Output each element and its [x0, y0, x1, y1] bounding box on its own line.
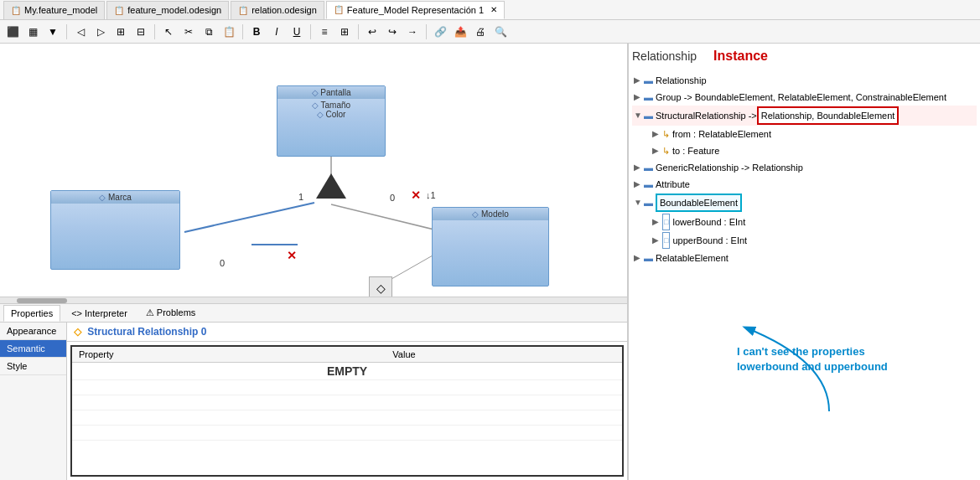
toolbar-btn-bold[interactable]: B — [247, 23, 266, 41]
toolbar-btn-redo[interactable]: ↪ — [383, 23, 402, 41]
tree-text-structural-highlight: Relationship, BoundableElement — [757, 106, 900, 125]
tab-interpreter-label: <> Interpreter — [71, 308, 127, 318]
arrow-from[interactable]: ▶ — [652, 126, 662, 142]
toolbar-btn-align[interactable]: ≡ — [315, 23, 334, 41]
tree-row-attribute[interactable]: ▶ ▬ Attribute — [632, 176, 977, 193]
node-modelo[interactable]: ◇ Modelo — [432, 207, 549, 286]
toolbar-btn-export[interactable]: 📤 — [451, 23, 469, 41]
toolbar-btn-format[interactable]: ⊞ — [335, 23, 354, 41]
canvas-area[interactable]: ◇ Pantalla ◇ Tamaño ◇ Color 1 0 ✕ — [0, 44, 627, 304]
toolbar-btn-dropdown[interactable]: ▼ — [44, 23, 62, 41]
toolbar-btn-link[interactable]: 🔗 — [431, 23, 449, 41]
tree-text-generic: GenericRelationship -> Relationship — [656, 160, 803, 175]
tree-text-structural-prefix: StructuralRelationship -> — [656, 108, 757, 123]
node-marca[interactable]: ◇ Marca — [50, 190, 180, 270]
left-panel: ◇ Pantalla ◇ Tamaño ◇ Color 1 0 ✕ — [0, 44, 628, 480]
sidebar-appearance-label: Appearance — [7, 326, 56, 336]
node-marca-content — [51, 204, 179, 258]
toolbar-btn-print[interactable]: 🖨 — [471, 23, 490, 41]
tab-feature-model-rep[interactable]: 📋 Feature_Model Representación 1 ✕ — [326, 1, 505, 19]
properties-main: ◇ Structural Relationship 0 Property Val… — [67, 323, 627, 480]
diamond-icon-pantalla: ◇ — [312, 88, 319, 97]
sidebar-semantic-label: Semantic — [7, 343, 45, 354]
sidebar-appearance[interactable]: Appearance — [0, 323, 66, 340]
toolbar-btn-3[interactable]: ◁ — [71, 23, 90, 41]
toolbar-btn-2[interactable]: ▦ — [23, 23, 42, 41]
label-1-near-triangle: 1 — [298, 192, 303, 202]
tab-icon-1: 📋 — [11, 6, 21, 15]
toolbar-btn-1[interactable]: ⬛ — [3, 23, 22, 41]
tree-row-upperbound[interactable]: ▶ □ upperBound : EInt — [632, 231, 977, 250]
tree-row-to[interactable]: ▶ ↳ to : Feature — [632, 142, 977, 159]
properties-title: ◇ Structural Relationship 0 — [67, 323, 627, 342]
toolbar-btn-zoom[interactable]: 🔍 — [491, 23, 510, 41]
arrow-group[interactable]: ▶ — [634, 90, 644, 105]
toolbar-btn-italic[interactable]: I — [267, 23, 286, 41]
sidebar-style[interactable]: Style — [0, 358, 66, 375]
arrow-relationship[interactable]: ▶ — [634, 73, 644, 88]
tree-row-relatable[interactable]: ▶ ▬ RelatableElement — [632, 250, 977, 266]
arrow-structural[interactable]: ▼ — [634, 108, 644, 123]
tab-relation-odesign[interactable]: 📋 relation.odesign — [231, 1, 324, 19]
toolbar-btn-underline[interactable]: U — [288, 23, 306, 41]
properties-panel: Properties <> Interpreter ⚠ Problems App… — [0, 304, 627, 480]
tree-row-relationship[interactable]: ▶ ▬ Relationship — [632, 72, 977, 89]
tree-text-lowerbound: lowerBound : EInt — [672, 214, 745, 230]
toolbar-btn-6[interactable]: ⊟ — [132, 23, 150, 41]
empty-row-4 — [72, 410, 622, 426]
tree-row-group[interactable]: ▶ ▬ Group -> BoundableElement, Relatable… — [632, 89, 977, 106]
arrow-boundable[interactable]: ▼ — [634, 195, 644, 210]
tree-row-boundable[interactable]: ▼ ▬ BoundableElement — [632, 193, 977, 213]
tree-text-to: to : Feature — [672, 143, 719, 158]
tab-properties-label: Properties — [11, 308, 53, 318]
tab-properties[interactable]: Properties — [3, 305, 60, 322]
icon-relationship: ▬ — [644, 73, 653, 88]
tab-label-2: feature_model.odesign — [127, 5, 221, 15]
tree-row-from[interactable]: ▶ ↳ from : RelatableElement — [632, 126, 977, 142]
tree-view: ▶ ▬ Relationship ▶ ▬ Group -> BoundableE… — [632, 72, 977, 266]
toolbar-btn-arrow[interactable]: → — [403, 23, 422, 41]
col-property: Property — [72, 347, 386, 363]
toolbar-btn-paste[interactable]: 📋 — [220, 23, 238, 41]
prop-title-text: Structural Relationship 0 — [87, 326, 206, 338]
toolbar-btn-cut[interactable]: ✂ — [179, 23, 198, 41]
tab-my-feature-model[interactable]: 📋 My.feature_model — [3, 1, 105, 19]
properties-content: Appearance Semantic Style ◇ Structural R… — [0, 323, 627, 480]
toolbar-sep-6 — [426, 24, 427, 39]
close-icon-4[interactable]: ✕ — [490, 5, 497, 14]
arrow-to[interactable]: ▶ — [652, 143, 662, 158]
arrow-relatable[interactable]: ▶ — [634, 250, 644, 266]
canvas-hscrollbar[interactable] — [0, 297, 627, 303]
toolbar-btn-copy[interactable]: ⧉ — [200, 23, 218, 41]
arrow-attribute[interactable]: ▶ — [634, 177, 644, 192]
toolbar-btn-5[interactable]: ⊞ — [111, 23, 130, 41]
empty-label: EMPTY — [72, 363, 622, 380]
right-panel-header: Relationship Instance — [632, 47, 977, 65]
red-x-line: ✕ — [287, 249, 297, 262]
svg-line-2 — [331, 204, 444, 232]
main-layout: ◇ Pantalla ◇ Tamaño ◇ Color 1 0 ✕ — [0, 44, 980, 480]
node-pantalla-label: Pantalla — [320, 88, 350, 97]
sidebar-semantic[interactable]: Semantic — [0, 340, 66, 358]
tree-row-generic[interactable]: ▶ ▬ GenericRelationship -> Relationship — [632, 159, 977, 176]
properties-sidebar: Appearance Semantic Style — [0, 323, 67, 480]
node-pantalla-content: ◇ Tamaño ◇ Color — [277, 99, 385, 121]
tab-feature-model-odesign[interactable]: 📋 feature_model.odesign — [106, 1, 229, 19]
arrow-generic[interactable]: ▶ — [634, 160, 644, 175]
tab-interpreter[interactable]: <> Interpreter — [64, 305, 135, 322]
toolbar-btn-4[interactable]: ▷ — [91, 23, 110, 41]
node-pantalla[interactable]: ◇ Pantalla ◇ Tamaño ◇ Color — [277, 85, 386, 157]
toolbar-btn-cursor[interactable]: ↖ — [159, 23, 178, 41]
tree-row-lowerbound[interactable]: ▶ □ lowerBound : EInt — [632, 213, 977, 231]
icon-lowerbound: □ — [662, 214, 670, 230]
prop-table: Property Value EMPTY — [72, 347, 622, 441]
label-0-right: 0 — [390, 193, 395, 203]
tree-row-structural[interactable]: ▼ ▬ StructuralRelationship -> Relationsh… — [632, 106, 977, 126]
node-marca-header: ◇ Marca — [51, 191, 179, 204]
arrow-lowerbound[interactable]: ▶ — [652, 214, 662, 230]
icon-attribute: ▬ — [644, 177, 653, 192]
tab-problems[interactable]: ⚠ Problems — [138, 305, 204, 322]
arrow-upperbound[interactable]: ▶ — [652, 233, 662, 248]
toolbar-btn-undo[interactable]: ↩ — [363, 23, 381, 41]
tab-icon-3: 📋 — [238, 6, 248, 15]
